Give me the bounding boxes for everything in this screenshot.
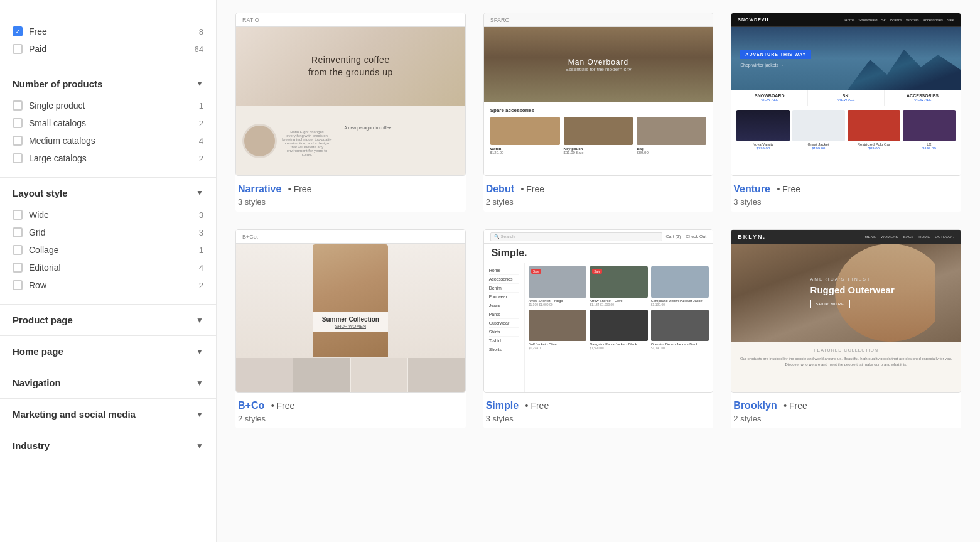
theme-card-narrative: RATIO Reinventing coffeefrom the grounds… xyxy=(235,13,466,212)
snow-logo: SNOWDEVIL xyxy=(738,18,770,22)
snow-cat-snowboard-link: VIEW ALL xyxy=(735,98,804,102)
snow-product-price-4: $149.00 xyxy=(903,146,956,150)
bco-thumb-2 xyxy=(293,358,350,392)
checkbox-collage[interactable] xyxy=(13,245,23,255)
filter-item-grid[interactable]: Grid 3 xyxy=(13,224,203,241)
filter-item-large[interactable]: Large catalogs 2 xyxy=(13,149,203,167)
chevron-layout-style-icon: ▲ xyxy=(196,189,203,198)
filter-item-small[interactable]: Small catalogs 2 xyxy=(13,114,203,132)
count-free: 8 xyxy=(199,27,203,36)
snow-nav-accessories: Accessories xyxy=(923,18,943,22)
checkbox-small[interactable] xyxy=(13,118,23,128)
filter-navigation-header[interactable]: Navigation ▼ xyxy=(13,375,203,391)
bklyn-nav-mens: MENS xyxy=(865,235,876,239)
bklyn-hero-heading: Rugged Outerwear xyxy=(810,284,895,296)
simple-brand: Simple. xyxy=(492,247,527,259)
bco-bar-logo: B+Co. xyxy=(242,234,258,240)
simple-cat-pants: Pants xyxy=(489,310,519,319)
snow-nav-women: Women xyxy=(906,18,919,22)
snow-nav: Home Snowboard Ski Brands Women Accessor… xyxy=(844,18,954,22)
bco-thumb-3 xyxy=(351,358,408,392)
sparo-product-price-3: $89.00 xyxy=(637,151,706,154)
ratio-bar: RATIO xyxy=(236,13,465,27)
checkbox-grid[interactable] xyxy=(13,227,23,237)
checkbox-medium[interactable] xyxy=(13,136,23,146)
filter-marketing-header[interactable]: Marketing and social media ▼ xyxy=(13,406,203,422)
filter-item-free[interactable]: ✓ Free 8 xyxy=(13,23,203,40)
theme-info-simple: Simple • Free 3 styles xyxy=(483,393,714,428)
sparo-bar-logo: SPARO xyxy=(490,17,510,23)
filter-item-row[interactable]: Row 2 xyxy=(13,276,203,294)
filter-item-collage[interactable]: Collage 1 xyxy=(13,241,203,259)
filter-navigation: Navigation ▼ xyxy=(0,367,216,399)
filter-product-page-header[interactable]: Product page ▼ xyxy=(13,312,203,328)
filter-item-wide[interactable]: Wide 3 xyxy=(13,206,203,224)
label-grid: Grid xyxy=(29,227,45,237)
filter-home-page-header[interactable]: Home page ▼ xyxy=(13,344,203,359)
snow-nav-home: Home xyxy=(844,18,854,22)
theme-preview-bco[interactable]: B+Co. Summer Collection SHOP WOMEN xyxy=(235,229,466,393)
theme-preview-simple[interactable]: 🔍 Search Cart (2) Check Out Simple. Home xyxy=(483,229,714,393)
filter-item-single[interactable]: Single product 1 xyxy=(13,97,203,114)
theme-preview-bklyn[interactable]: BKLYN. MENS WOMENS BAGS HOME OUTDOOR xyxy=(731,229,961,393)
theme-card-debut: SPARO Man Overboard Essentials for the m… xyxy=(483,13,714,212)
simple-badge-1: Sale xyxy=(531,269,541,274)
sparo-bar: SPARO xyxy=(484,13,713,27)
simple-cat-shorts: Shorts xyxy=(489,345,519,354)
checkbox-wide[interactable] xyxy=(13,210,23,220)
filter-item-editorial[interactable]: Editorial 4 xyxy=(13,259,203,276)
filter-number-of-products: Number of products ▲ Single product 1 Sm… xyxy=(0,68,216,178)
checkbox-editorial[interactable] xyxy=(13,263,23,273)
filter-layout-style-header[interactable]: Layout style ▲ xyxy=(13,185,203,201)
theme-card-bco: B+Co. Summer Collection SHOP WOMEN xyxy=(235,229,466,428)
filter-number-of-products-header[interactable]: Number of products ▲ xyxy=(13,76,203,92)
checkbox-row[interactable] xyxy=(13,280,23,290)
theme-link-bklyn[interactable]: Brooklyn xyxy=(733,400,777,411)
simple-product-price-4: $1,294.00 xyxy=(529,346,587,350)
filter-home-page: Home page ▼ xyxy=(0,336,216,367)
simple-product-5: Navigator Parka Jacket - Black $1,590.00 xyxy=(590,310,648,350)
chevron-product-page-icon: ▼ xyxy=(196,316,203,325)
bklyn-nav: MENS WOMENS BAGS HOME OUTDOOR xyxy=(865,235,954,239)
ratio-hero: Reinventing coffeefrom the grounds up xyxy=(236,27,465,106)
simple-product-price-5: $1,590.00 xyxy=(590,346,648,350)
snow-product-img-4 xyxy=(903,110,956,141)
bklyn-nav-outdoor: OUTDOOR xyxy=(935,235,954,239)
simple-preview: 🔍 Search Cart (2) Check Out Simple. Home xyxy=(484,230,713,392)
filter-layout-style-title: Layout style xyxy=(13,188,68,198)
theme-link-debut[interactable]: Debut xyxy=(486,183,514,194)
theme-link-venture[interactable]: Venture xyxy=(733,183,770,194)
checkbox-paid[interactable] xyxy=(13,44,23,54)
theme-styles-bco: 2 styles xyxy=(238,414,463,423)
snow-hero: ADVENTURE THIS WAY Shop winter jackets → xyxy=(731,27,961,90)
snow-cat-snowboard-title: SNOWBOARD xyxy=(735,94,804,98)
theme-info-narrative: Narrative • Free 3 styles xyxy=(235,176,466,212)
theme-preview-venture[interactable]: SNOWDEVIL Home Snowboard Ski Brands Wome… xyxy=(731,13,961,176)
theme-preview-debut[interactable]: SPARO Man Overboard Essentials for the m… xyxy=(483,13,714,176)
chevron-number-of-products-icon: ▲ xyxy=(196,80,203,89)
theme-preview-narrative[interactable]: RATIO Reinventing coffeefrom the grounds… xyxy=(235,13,466,176)
chevron-home-page-icon: ▼ xyxy=(196,347,203,356)
bco-hero: Summer Collection SHOP WOMEN xyxy=(236,244,465,357)
count-large: 2 xyxy=(199,154,203,163)
filter-item-paid[interactable]: Paid 64 xyxy=(13,40,203,58)
snow-sub: Shop winter jackets → xyxy=(740,63,784,67)
filter-layout-style: Layout style ▲ Wide 3 Grid 3 xyxy=(0,178,216,305)
simple-cat-footwear: Footwear xyxy=(489,293,519,301)
ratio-bar-logo: RATIO xyxy=(242,17,259,23)
sparo-section-title: Spare accessories xyxy=(490,107,707,113)
filter-industry-header[interactable]: Industry ▼ xyxy=(13,438,203,453)
checkbox-single[interactable] xyxy=(13,100,23,111)
snow-cat-ski-title: SKI xyxy=(812,94,880,98)
theme-link-narrative[interactable]: Narrative xyxy=(238,183,281,194)
simple-cart: Cart (2) xyxy=(666,234,681,239)
bklyn-hero-sub: AMERICA'S FINEST xyxy=(810,277,895,281)
snow-cat-ski-link: VIEW ALL xyxy=(812,98,880,102)
checkbox-large[interactable] xyxy=(13,153,23,163)
theme-link-bco[interactable]: B+Co xyxy=(238,400,264,411)
bco-thumbnails xyxy=(236,357,465,392)
theme-link-simple[interactable]: Simple xyxy=(486,400,519,411)
filter-item-medium[interactable]: Medium catalogs 4 xyxy=(13,132,203,149)
checkbox-free[interactable]: ✓ xyxy=(13,26,23,36)
label-single: Single product xyxy=(29,100,85,111)
